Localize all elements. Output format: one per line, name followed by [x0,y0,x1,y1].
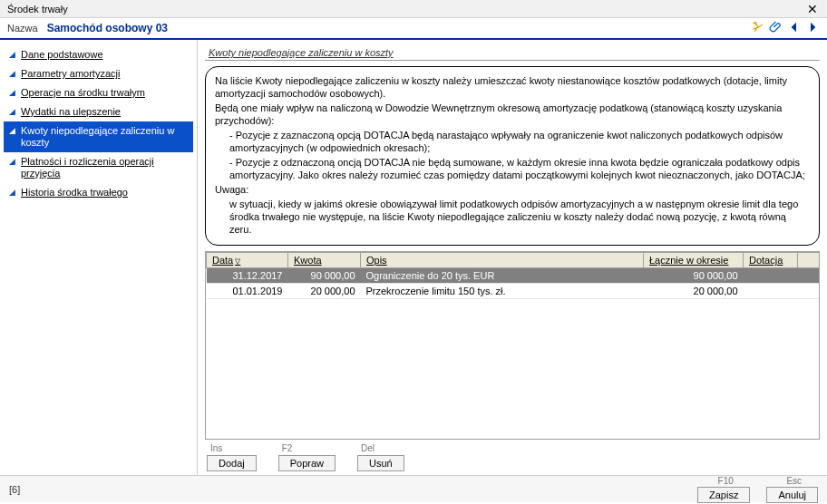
add-button[interactable]: Dodaj [207,455,257,471]
save-button[interactable]: Zapisz [697,487,750,503]
name-bar: Nazwa Samochód osobowy 03 [0,18,827,40]
delete-button[interactable]: Usuń [357,455,404,471]
table-row[interactable]: 31.12.2017 90 000,00 Ograniczenie do 20 … [207,268,820,284]
data-table[interactable]: Data▽ Kwota Opis Łącznie w okresie Dotac… [205,251,820,440]
shortcut-del: Del [357,443,375,453]
cell-total: 20 000,00 [644,284,744,299]
info-box: Na liście Kwoty niepodlegające zaliczeni… [205,66,820,246]
cell-amount: 20 000,00 [288,284,361,299]
main-panel: Kwoty niepodlegające zaliczeniu w koszty… [198,40,827,475]
scissors-icon[interactable] [751,20,765,36]
prev-icon[interactable] [787,20,802,36]
col-header-lacznie[interactable]: Łącznie w okresie [644,253,744,268]
triangle-icon: ◢ [9,188,15,197]
sidebar: ◢ Dane podstawowe ◢ Parametry amortyzacj… [0,40,198,475]
edit-button[interactable]: Popraw [278,455,336,471]
sidebar-item-parametry-amortyzacji[interactable]: ◢ Parametry amortyzacji [4,64,193,83]
cell-date: 31.12.2017 [207,268,288,284]
col-header-opis[interactable]: Opis [361,253,644,268]
triangle-icon: ◢ [9,107,15,116]
name-label: Nazwa [7,23,38,34]
info-bullet: - Pozycje z odznaczoną oncją DOTACJA nie… [215,156,810,181]
sort-indicator-icon: ▽ [233,257,240,266]
triangle-icon: ◢ [9,157,15,166]
sidebar-item-label: Operacje na środku trwałym [21,87,145,99]
sidebar-item-wydatki[interactable]: ◢ Wydatki na ulepszenie [4,102,193,121]
cancel-button[interactable]: Anuluj [766,487,818,503]
next-icon[interactable] [805,20,820,36]
cell-desc: Ograniczenie do 20 tys. EUR [361,268,644,284]
cell-amount: 90 000,00 [288,268,361,284]
name-value: Samochód osobowy 03 [47,22,168,34]
paperclip-icon[interactable] [769,20,783,36]
table-row[interactable]: 01.01.2019 20 000,00 Przekroczenie limit… [207,284,820,299]
cell-desc: Przekroczenie limitu 150 tys. zł. [361,284,644,299]
shortcut-f10: F10 [715,476,734,486]
footer: [6] F10 Zapisz Esc Anuluj [0,475,827,502]
titlebar: Środek trwały ✕ [0,0,827,18]
sidebar-item-operacje[interactable]: ◢ Operacje na środku trwałym [4,83,193,102]
sidebar-item-label: Parametry amortyzacji [21,68,120,80]
table-actions: Ins Dodaj F2 Popraw Del Usuń [205,440,820,471]
sidebar-item-label: Historia środka trwałego [21,187,128,199]
shortcut-ins: Ins [207,443,222,453]
cell-donation [744,284,798,299]
shortcut-f2: F2 [278,443,293,453]
info-bullet: - Pozycje z zaznaczoną opcją DOTACJA będ… [215,129,810,154]
cell-total: 90 000,00 [644,268,744,284]
sidebar-item-kwoty-niepodlegajace[interactable]: ◢ Kwoty niepodlegające zaliczeniu w kosz… [4,121,193,152]
info-text: Na liście Kwoty niepodlegające zaliczeni… [215,74,810,100]
triangle-icon: ◢ [9,50,15,59]
cell-donation [744,268,798,284]
sidebar-item-dane-podstawowe[interactable]: ◢ Dane podstawowe [4,45,193,64]
section-title: Kwoty niepodlegające zaliczeniu w koszty [205,45,820,61]
col-header-dotacja[interactable]: Dotacja [744,253,798,268]
col-header-data[interactable]: Data▽ [207,253,288,268]
triangle-icon: ◢ [9,69,15,78]
info-warning-label: Uwaga: [215,183,810,196]
close-icon[interactable]: ✕ [802,2,823,16]
sidebar-item-label: Wydatki na ulepszenie [21,106,121,118]
record-counter: [6] [9,484,20,495]
info-text: Będą one miały wpływ na naliczoną w Dowo… [215,102,810,127]
window-title: Środek trwały [7,4,68,15]
info-warning-text: w sytuacji, kiedy w jakimś okresie obowi… [215,198,810,236]
sidebar-item-label: Płatności i rozliczenia operacji przyjęc… [21,156,188,179]
sidebar-item-label: Dane podstawowe [21,49,103,61]
sidebar-item-label: Kwoty niepodlegające zaliczeniu w koszty [21,125,188,149]
shortcut-esc: Esc [783,476,802,486]
col-header-kwota[interactable]: Kwota [288,253,361,268]
cell-date: 01.01.2019 [207,284,288,299]
sidebar-item-platnosci[interactable]: ◢ Płatności i rozliczenia operacji przyj… [4,152,193,183]
triangle-icon: ◢ [9,126,15,135]
sidebar-item-historia[interactable]: ◢ Historia środka trwałego [4,183,193,202]
triangle-icon: ◢ [9,88,15,97]
